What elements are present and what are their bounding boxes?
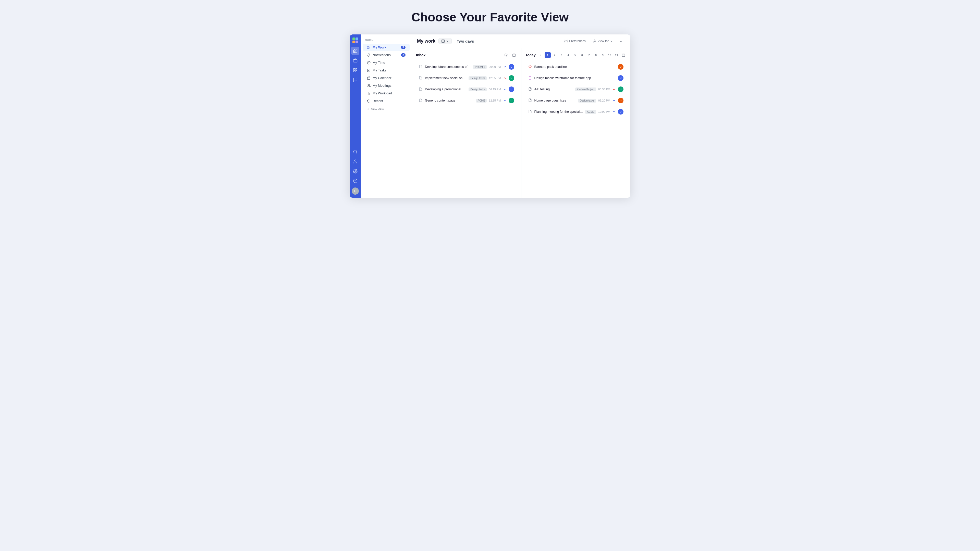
sidebar-item-my-workload[interactable]: My Workload [363, 89, 410, 97]
sidebar-user-icon[interactable] [351, 157, 360, 165]
svg-rect-37 [512, 54, 515, 57]
svg-rect-46 [529, 76, 531, 79]
today-panel: Today 1 2 3 4 5 6 7 8 9 10 [522, 48, 631, 198]
task-avatar: U [618, 64, 624, 70]
task-subtag: Design tasks [578, 99, 596, 103]
user-avatar[interactable]: U [352, 187, 359, 195]
svg-rect-0 [353, 59, 357, 62]
sidebar-search-icon[interactable] [351, 148, 360, 156]
task-time: 03:35 PM [598, 88, 610, 91]
design-icon [528, 76, 532, 80]
priority-icon [503, 87, 507, 91]
app-container: U HOME My Work 3 Notifications 2 My Time… [350, 35, 630, 198]
today-task-row[interactable]: Design mobile wireframe for feature app … [525, 73, 627, 83]
task-file-icon [528, 110, 532, 114]
today-task-row[interactable]: Planning meeting for the special page fo… [525, 106, 627, 117]
page-4[interactable]: 4 [565, 52, 571, 58]
sidebar-chat-icon[interactable] [351, 76, 360, 84]
page-5[interactable]: 5 [572, 52, 578, 58]
svg-rect-2 [356, 68, 357, 70]
task-name: Impletement new social sharing buttons i… [425, 76, 466, 80]
sidebar-grid-icon[interactable] [351, 66, 360, 74]
sidebar-home-icon[interactable] [351, 47, 360, 55]
clock-icon [367, 61, 371, 65]
svg-rect-25 [443, 40, 445, 43]
calendar-view-icon-button[interactable] [620, 52, 627, 58]
task-avatar: U [509, 64, 514, 70]
next-page-button[interactable] [627, 52, 630, 58]
nav-item-my-meetings-label: My Meetings [372, 84, 406, 87]
sidebar-item-my-work[interactable]: My Work 3 [363, 44, 410, 51]
chevron-down-icon [446, 40, 449, 43]
preferences-button[interactable]: Preferences [562, 38, 588, 44]
logo[interactable] [352, 38, 358, 43]
svg-rect-41 [622, 54, 625, 57]
task-tag: Project 1 [473, 65, 487, 69]
task-avatar: U [618, 109, 624, 114]
inbox-task-row[interactable]: Impletement new social sharing buttons i… [416, 73, 517, 83]
view-for-button[interactable]: View for [591, 38, 615, 44]
today-task-name: Home page bugs fixes [535, 99, 576, 102]
task-avatar: U [618, 98, 624, 103]
svg-rect-13 [368, 48, 369, 49]
page-8[interactable]: 8 [593, 52, 599, 58]
calendar-icon-button[interactable] [511, 52, 517, 58]
sidebar-item-my-calendar[interactable]: My Calendar [363, 74, 410, 82]
main-content: My work Two days Preferences View for [412, 35, 630, 198]
period-label: Two days [457, 39, 474, 43]
svg-point-20 [368, 84, 369, 86]
svg-rect-4 [356, 71, 357, 72]
page-11[interactable]: 11 [614, 52, 620, 58]
task-time: 09:20 PM [598, 99, 610, 102]
task-avatar: U [509, 98, 514, 103]
prev-page-button[interactable] [538, 52, 544, 58]
page-2[interactable]: 2 [552, 52, 558, 58]
sidebar-briefcase-icon[interactable] [351, 56, 360, 65]
inbox-task-row[interactable]: Develop future components of a special p… [416, 62, 517, 72]
sidebar-item-notifications[interactable]: Notifications 2 [363, 51, 410, 59]
task-doc-icon [419, 87, 423, 91]
inbox-task-row[interactable]: Generic content page ACME 12:35 PM U [416, 95, 517, 106]
page-3[interactable]: 3 [558, 52, 565, 58]
more-options-button[interactable]: ··· [618, 38, 625, 44]
svg-point-9 [353, 179, 357, 183]
sidebar-item-my-tasks[interactable]: My Tasks [363, 67, 410, 74]
task-avatar: U [509, 75, 514, 81]
view-switcher-button[interactable] [438, 38, 452, 44]
upload-icon-button[interactable] [503, 52, 509, 58]
bar-chart-icon [367, 92, 371, 95]
svg-rect-14 [369, 48, 370, 49]
today-task-row[interactable]: Banners pack deadline U [525, 62, 627, 72]
svg-rect-12 [369, 46, 370, 47]
preferences-label: Preferences [569, 39, 586, 43]
today-task-row[interactable]: A/B testing Kanban Project 03:35 PM U [525, 84, 627, 94]
svg-marker-45 [528, 65, 531, 68]
sidebar-item-my-time[interactable]: My Time [363, 59, 410, 66]
task-doc-icon [419, 65, 423, 69]
nav-item-my-time-label: My Time [372, 61, 406, 65]
users-icon [367, 84, 371, 87]
svg-rect-1 [353, 68, 355, 70]
page-7[interactable]: 7 [586, 52, 592, 58]
task-time: 09:20 PM [489, 65, 501, 68]
new-view-button[interactable]: + New view [363, 106, 410, 113]
nav-item-my-workload-label: My Workload [372, 91, 406, 95]
page-title: Choose Your Favorite View [411, 10, 569, 24]
sidebar-icons: U [350, 35, 361, 198]
inbox-task-row[interactable]: Developing a promotional page Design tas… [416, 84, 517, 94]
task-time: 06:15 PM [489, 88, 501, 91]
sidebar-help-icon[interactable] [351, 177, 360, 185]
page-6[interactable]: 6 [579, 52, 585, 58]
priority-icon [503, 76, 507, 80]
sidebar-settings-icon[interactable] [351, 167, 360, 175]
page-9[interactable]: 9 [600, 52, 606, 58]
page-1[interactable]: 1 [545, 52, 551, 58]
svg-line-6 [356, 152, 357, 153]
sidebar-item-recent[interactable]: Recent [363, 97, 410, 105]
nav-item-my-tasks-label: My Tasks [372, 68, 406, 72]
sidebar-item-my-meetings[interactable]: My Meetings [363, 82, 410, 89]
svg-rect-24 [442, 40, 443, 43]
today-task-row[interactable]: Home page bugs fixes Design tasks 09:20 … [525, 95, 627, 106]
page-10[interactable]: 10 [607, 52, 613, 58]
two-col-layout: Inbox Develop future co [412, 48, 630, 198]
